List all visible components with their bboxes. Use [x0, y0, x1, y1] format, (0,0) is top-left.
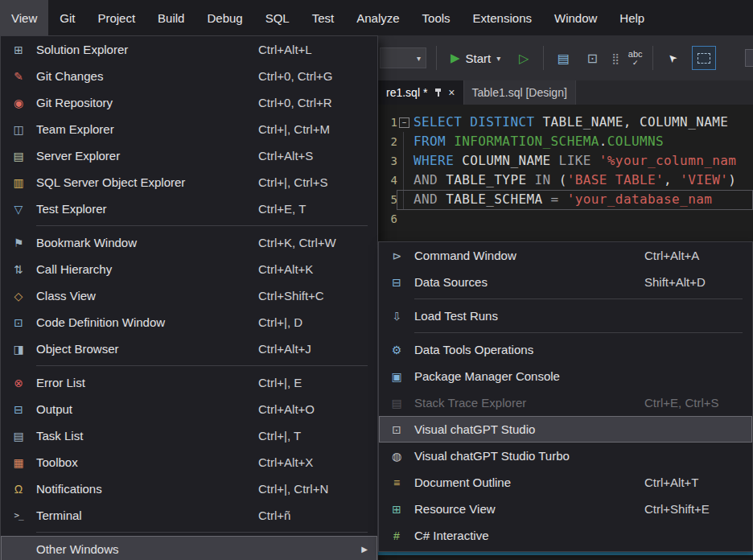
menubar-item-view[interactable]: View: [0, 0, 48, 35]
menubar-item-sql[interactable]: SQL: [254, 0, 301, 35]
menu-item-data-sources[interactable]: ⊟Data SourcesShift+Alt+D: [379, 269, 752, 295]
visual-studio-window: 123456 SELECT DISTINCT TABLE_NAME, COLUM…: [0, 0, 753, 560]
menubar-item-window[interactable]: Window: [543, 0, 608, 35]
toolbox-icon: ▦: [9, 456, 28, 469]
menu-item-label: Object Browser: [36, 342, 119, 356]
menu-item-shortcut: Ctrl+Alt+O: [258, 402, 315, 416]
load-test-runs-icon: ⇩: [387, 310, 406, 323]
menu-item-command-window[interactable]: ⊳Command WindowCtrl+Alt+A: [379, 242, 752, 269]
menu-item-csharp-interactive[interactable]: #C# Interactive: [379, 522, 752, 549]
menu-item-shortcut: Ctrl+Alt+A: [644, 249, 699, 262]
menu-item-resource-view[interactable]: ⊞Resource ViewCtrl+Shift+E: [379, 496, 752, 522]
menubar-item-help[interactable]: Help: [608, 0, 656, 35]
menubar-item-extensions[interactable]: Extensions: [462, 0, 543, 35]
menu-item-git-changes[interactable]: ✎Git ChangesCtrl+0, Ctrl+G: [1, 63, 377, 89]
menu-item-label: SQL Server Object Explorer: [36, 175, 185, 189]
code-line[interactable]: AND TABLE_TYPE IN ('BASE TABLE', 'VIEW'): [414, 171, 753, 190]
menu-item-server-explorer[interactable]: ▤Server ExplorerCtrl+Alt+S: [1, 142, 377, 169]
run-without-debug-icon[interactable]: ▷: [514, 51, 533, 66]
fold-collapse-icon[interactable]: [399, 117, 409, 128]
menu-item-visual-chatgpt-studio[interactable]: ⊡Visual chatGPT Studio: [379, 416, 752, 443]
monitor-icon[interactable]: ⊡: [582, 51, 602, 66]
line-number: 2: [376, 132, 397, 151]
toolbar-separator: [436, 46, 437, 70]
object-browser-icon: ◨: [9, 343, 28, 356]
package-manager-console-icon: ▣: [387, 370, 406, 383]
code-area[interactable]: SELECT DISTINCT TABLE_NAME, COLUMN_NAMEF…: [414, 113, 753, 229]
other-windows-submenu: ⊳Command WindowCtrl+Alt+A⊟Data SourcesSh…: [378, 241, 753, 552]
menubar-item-build[interactable]: Build: [146, 0, 195, 35]
menu-item-class-view[interactable]: ◇Class ViewCtrl+Shift+C: [1, 282, 377, 309]
menu-item-shortcut: Ctrl+K, Ctrl+W: [258, 236, 336, 249]
menu-item-shortcut: Ctrl+Shift+E: [644, 502, 710, 516]
class-view-icon: ◇: [9, 290, 28, 303]
code-token: WHERE: [414, 153, 462, 168]
tab-table1-design[interactable]: Table1.sql [Design]: [464, 80, 576, 105]
line-number: 3: [376, 151, 397, 171]
menu-item-package-manager-console[interactable]: ▣Package Manager Console: [379, 363, 752, 389]
menu-item-shortcut: Ctrl+0, Ctrl+G: [258, 69, 333, 83]
team-explorer-icon: ◫: [9, 123, 28, 136]
menu-item-shortcut: Ctrl+E, T: [258, 202, 306, 216]
toolbar-separator: [543, 46, 544, 70]
start-debug-button[interactable]: ▶Start▾: [446, 51, 504, 65]
menu-item-notifications[interactable]: ΩNotificationsCtrl+|, Ctrl+N: [1, 476, 377, 502]
menu-item-label: Stack Trace Explorer: [414, 396, 526, 410]
pointer-cursor-icon[interactable]: ➤: [663, 51, 682, 65]
toolbar-separator: [652, 46, 653, 70]
menu-item-terminal[interactable]: >_TerminalCtrl+ñ: [1, 502, 377, 529]
menubar-item-test[interactable]: Test: [301, 0, 346, 35]
code-line[interactable]: FROM INFORMATION_SCHEMA.COLUMNS: [414, 132, 753, 151]
menu-item-other-windows[interactable]: Other Windows▶: [1, 536, 377, 560]
menubar-item-git[interactable]: Git: [48, 0, 86, 35]
git-changes-icon: ✎: [9, 70, 28, 83]
menu-item-code-definition-window[interactable]: ⊡Code Definition WindowCtrl+|, D: [1, 309, 377, 336]
menubar-item-debug[interactable]: Debug: [195, 0, 253, 35]
error-list-icon: ⊗: [9, 377, 28, 389]
menu-item-error-list[interactable]: ⊗Error ListCtrl+|, E: [1, 369, 377, 396]
code-line[interactable]: [414, 209, 753, 229]
menu-item-stack-trace-explorer[interactable]: ▤Stack Trace ExplorerCtrl+E, Ctrl+S: [379, 389, 752, 416]
menubar-item-analyze[interactable]: Analyze: [345, 0, 410, 35]
menu-item-document-outline[interactable]: ≡Document OutlineCtrl+Alt+T: [379, 469, 752, 496]
code-token: COLUMN_NAME: [462, 153, 558, 168]
csharp-interactive-icon: #: [387, 529, 406, 542]
menu-item-call-hierarchy[interactable]: ⇅Call HierarchyCtrl+Alt+K: [1, 256, 377, 282]
pin-icon[interactable]: [434, 89, 442, 97]
toolbar-combo-partial[interactable]: ▾: [380, 47, 426, 68]
code-token: (: [559, 172, 567, 187]
menu-item-object-browser[interactable]: ◨Object BrowserCtrl+Alt+J: [1, 336, 377, 362]
menu-item-load-test-runs[interactable]: ⇩Load Test Runs: [379, 303, 752, 329]
toolbar-overflow-grip[interactable]: ⣿: [611, 52, 619, 64]
menu-item-solution-explorer[interactable]: ⊞Solution ExplorerCtrl+Alt+L: [1, 36, 377, 63]
chevron-down-icon: ▾: [496, 54, 500, 63]
code-line[interactable]: AND TABLE_SCHEMA = 'your_database_nam: [414, 190, 753, 209]
code-line[interactable]: WHERE COLUMN_NAME LIKE '%your_column_nam: [414, 151, 753, 171]
menubar-item-project[interactable]: Project: [86, 0, 146, 35]
menu-item-toolbox[interactable]: ▦ToolboxCtrl+Alt+X: [1, 449, 377, 476]
menu-item-sql-server-object-explorer[interactable]: ▥SQL Server Object ExplorerCtrl+|, Ctrl+…: [1, 169, 377, 196]
file-pages-icon[interactable]: ▤: [553, 51, 573, 66]
menu-item-output[interactable]: ⊟OutputCtrl+Alt+O: [1, 396, 377, 422]
menu-item-bookmark-window[interactable]: ⚑Bookmark WindowCtrl+K, Ctrl+W: [1, 229, 377, 256]
menu-item-label: Data Tools Operations: [414, 343, 533, 356]
menu-item-task-list[interactable]: ▤Task ListCtrl+|, T: [1, 422, 377, 449]
selection-tool-icon[interactable]: [692, 46, 716, 70]
spell-check-icon[interactable]: abc✓: [628, 50, 643, 67]
tab-procedure1-sql[interactable]: re1.sql *×: [378, 80, 464, 105]
menu-item-label: Toolbox: [36, 455, 78, 469]
code-line[interactable]: SELECT DISTINCT TABLE_NAME, COLUMN_NAME: [414, 113, 753, 132]
close-icon[interactable]: ×: [448, 86, 455, 99]
menu-item-data-tools-operations[interactable]: ⚙Data Tools Operations: [379, 336, 752, 363]
menu-item-visual-chatgpt-studio-turbo[interactable]: ◍Visual chatGPT Studio Turbo: [379, 443, 752, 469]
menu-item-team-explorer[interactable]: ◫Team ExplorerCtrl+|, Ctrl+M: [1, 116, 377, 142]
menu-item-test-explorer[interactable]: ▽Test ExplorerCtrl+E, T: [1, 196, 377, 222]
menu-item-git-repository[interactable]: ◉Git RepositoryCtrl+0, Ctrl+R: [1, 89, 377, 116]
menu-item-shortcut: Ctrl+Alt+J: [258, 342, 311, 356]
menu-item-label: Notifications: [36, 482, 102, 496]
code-token: LIKE: [559, 153, 599, 168]
visual-chatgpt-studio-icon: ⊡: [387, 423, 406, 436]
menubar-item-tools[interactable]: Tools: [411, 0, 462, 35]
menu-item-label: Error List: [36, 376, 85, 389]
line-number: 1: [376, 113, 397, 132]
